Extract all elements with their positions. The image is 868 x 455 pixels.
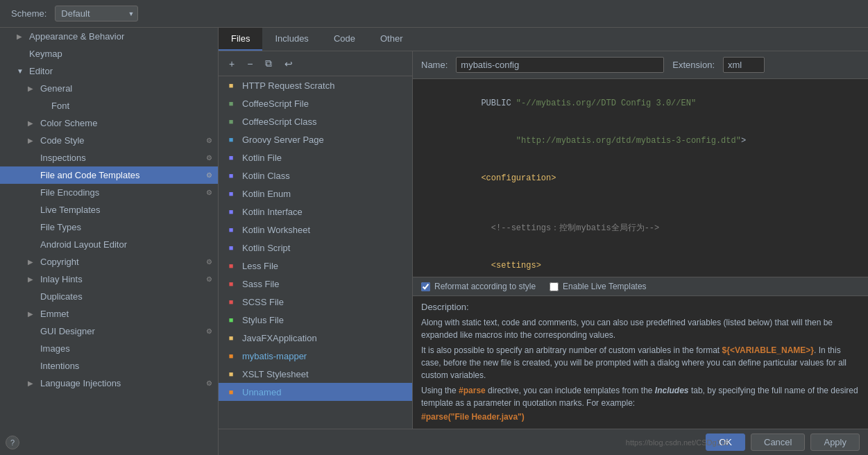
sidebar-item-intentions[interactable]: ▶ Intentions	[0, 357, 218, 375]
name-label: Name:	[421, 60, 448, 70]
template-item-scss[interactable]: ■ SCSS File	[219, 293, 412, 311]
sidebar-item-emmet[interactable]: ▶ Emmet	[0, 305, 218, 323]
template-icon-stylus: ■	[225, 314, 237, 325]
template-name-sass: Sass File	[242, 279, 279, 289]
template-item-kotlin-interface[interactable]: ■ Kotlin Interface	[219, 203, 412, 221]
sidebar-item-editor[interactable]: ▼ Editor	[0, 62, 218, 80]
tab-includes[interactable]: Includes	[262, 28, 321, 51]
sidebar-item-gui-designer[interactable]: ▶ GUI Designer ⚙	[0, 323, 218, 340]
tab-files[interactable]: Files	[219, 28, 262, 51]
includes-ref: Includes	[655, 386, 689, 395]
template-item-http[interactable]: ■ HTTP Request Scratch	[219, 76, 412, 94]
reformat-checkbox-label[interactable]: Reformat according to style	[421, 282, 536, 291]
sidebar-item-copyright[interactable]: ▶ Copyright ⚙	[0, 253, 218, 271]
template-item-sass[interactable]: ■ Sass File	[219, 275, 412, 293]
sidebar-item-label-editor: Editor	[29, 66, 53, 76]
template-name-kotlin-class: Kotlin Class	[242, 171, 290, 181]
sidebar-item-images[interactable]: ▶ Images	[0, 340, 218, 357]
template-name-unnamed: Unnamed	[242, 387, 281, 397]
help-button[interactable]: ?	[6, 436, 19, 449]
sidebar-item-label-android: Android Layout Editor	[40, 239, 127, 250]
sidebar-item-general[interactable]: ▶ General	[0, 80, 218, 97]
template-name-scss: SCSS File	[242, 297, 284, 307]
extension-input[interactable]	[723, 57, 765, 73]
main-layout: ▶ Appearance & Behavior ▶ Keymap ▼ Edito…	[0, 28, 868, 455]
template-item-javafx[interactable]: ■ JavaFXApplication	[219, 329, 412, 347]
name-input[interactable]	[456, 57, 664, 73]
template-list-panel: + − ⧉ ↩ ■ HTTP Request Scratch ■ CoffeeS…	[219, 51, 413, 429]
live-templates-checkbox-label[interactable]: Enable Live Templates	[550, 282, 647, 291]
tab-other[interactable]: Other	[368, 28, 416, 51]
sidebar-item-duplicates[interactable]: ▶ Duplicates	[0, 288, 218, 305]
template-item-xslt[interactable]: ■ XSLT Stylesheet	[219, 365, 412, 383]
sidebar-item-keymap[interactable]: ▶ Keymap	[0, 45, 218, 62]
sidebar-item-language-injections[interactable]: ▶ Language Injections ⚙	[0, 375, 218, 392]
description-area: Description: Along with static text, cod…	[413, 295, 868, 429]
template-item-stylus[interactable]: ■ Stylus File	[219, 311, 412, 329]
template-item-kotlin-file[interactable]: ■ Kotlin File	[219, 148, 412, 166]
template-content: + − ⧉ ↩ ■ HTTP Request Scratch ■ CoffeeS…	[219, 51, 868, 429]
template-item-kotlin-script[interactable]: ■ Kotlin Script	[219, 239, 412, 257]
template-name-kotlin-worksheet: Kotlin Worksheet	[242, 225, 310, 235]
code-editor[interactable]: PUBLIC "-//mybatis.org//DTD Config 3.0//…	[413, 79, 868, 277]
parse-example: #parse("File Header.java")	[421, 412, 525, 422]
badge-file-encodings: ⚙	[206, 189, 212, 196]
template-icon-scss: ■	[225, 296, 237, 307]
sidebar-item-code-style[interactable]: ▶ Code Style ⚙	[0, 132, 218, 149]
apply-button[interactable]: Apply	[810, 433, 860, 451]
template-item-kotlin-worksheet[interactable]: ■ Kotlin Worksheet	[219, 221, 412, 239]
scheme-select-wrapper[interactable]: Default	[55, 6, 138, 22]
name-extension-row: Name: Extension:	[413, 51, 868, 79]
template-item-unnamed[interactable]: ■ Unnamed	[219, 383, 412, 401]
template-item-less[interactable]: ■ Less File	[219, 257, 412, 275]
live-templates-checkbox[interactable]	[550, 282, 559, 291]
sidebar-item-inspections[interactable]: ▶ Inspections ⚙	[0, 149, 218, 166]
template-item-kotlin-class[interactable]: ■ Kotlin Class	[219, 166, 412, 184]
sidebar-item-label-appearance: Appearance & Behavior	[29, 31, 124, 42]
copy-template-button[interactable]: ⧉	[260, 55, 277, 71]
reset-template-button[interactable]: ↩	[280, 56, 298, 71]
sidebar-item-file-and-code-templates[interactable]: ▶ File and Code Templates ⚙	[0, 166, 218, 184]
template-icon-javafx: ■	[225, 332, 237, 343]
badge-inspections: ⚙	[206, 154, 212, 162]
tab-code[interactable]: Code	[321, 28, 368, 51]
template-name-coffeescript-class: CoffeeScript Class	[242, 117, 316, 127]
template-icon-mybatis: ■	[225, 350, 237, 361]
template-item-kotlin-enum[interactable]: ■ Kotlin Enum	[219, 184, 412, 203]
sidebar-item-live-templates[interactable]: ▶ Live Templates	[0, 201, 218, 218]
sidebar-item-appearance[interactable]: ▶ Appearance & Behavior	[0, 28, 218, 45]
sidebar-item-inlay-hints[interactable]: ▶ Inlay Hints ⚙	[0, 271, 218, 288]
expand-arrow-appearance: ▶	[17, 33, 25, 40]
sidebar-item-label-images: Images	[40, 343, 70, 354]
expand-arrow-code-style: ▶	[28, 137, 36, 144]
sidebar-item-label-file-encodings: File Encodings	[40, 187, 99, 198]
template-name-kotlin-enum: Kotlin Enum	[242, 189, 291, 199]
template-icon-sass: ■	[225, 278, 237, 289]
template-item-mybatis-mapper[interactable]: ■ mybatis-mapper	[219, 347, 412, 365]
expand-arrow-inlay: ▶	[28, 275, 36, 283]
code-line-6: <settings>	[421, 247, 860, 277]
template-item-coffeescript-class[interactable]: ■ CoffeeScript Class	[219, 112, 412, 130]
sidebar-item-font[interactable]: ▶ Font	[0, 97, 218, 114]
reformat-checkbox[interactable]	[421, 282, 430, 291]
sidebar-item-color-scheme[interactable]: ▶ Color Scheme	[0, 114, 218, 132]
sidebar-item-file-types[interactable]: ▶ File Types	[0, 218, 218, 236]
cancel-button[interactable]: Cancel	[751, 433, 805, 451]
sidebar-item-file-encodings[interactable]: ▶ File Encodings ⚙	[0, 184, 218, 201]
template-icon-groovy: ■	[225, 134, 237, 145]
add-template-button[interactable]: +	[224, 56, 239, 71]
sidebar-item-label-copyright: Copyright	[40, 257, 79, 267]
remove-template-button[interactable]: −	[242, 56, 257, 71]
description-text: Along with static text, code and comment…	[421, 316, 860, 423]
template-item-groovy[interactable]: ■ Groovy Server Page	[219, 130, 412, 148]
sidebar-item-android-layout[interactable]: ▶ Android Layout Editor	[0, 236, 218, 253]
code-line-2: "http://mybatis.org/dtd/mybatis-3-config…	[421, 122, 860, 160]
template-icon-kotlin-worksheet: ■	[225, 224, 237, 235]
template-name-http: HTTP Request Scratch	[242, 80, 334, 91]
sidebar-item-label-file-types: File Types	[40, 222, 81, 232]
scheme-select[interactable]: Default	[55, 6, 138, 22]
code-line-3: <configuration>	[421, 160, 860, 197]
template-item-coffeescript-file[interactable]: ■ CoffeeScript File	[219, 94, 412, 112]
template-toolbar: + − ⧉ ↩	[219, 51, 412, 76]
sidebar-item-label-font: Font	[51, 101, 69, 111]
